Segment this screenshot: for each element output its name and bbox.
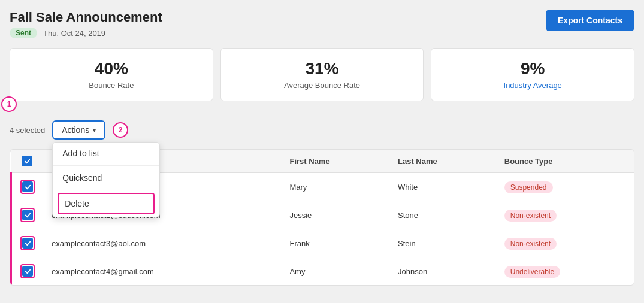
row-checkbox[interactable]: [22, 238, 33, 249]
header-meta: Sent Thu, Oct 24, 2019: [10, 28, 162, 38]
row-first-name: Amy: [281, 257, 389, 286]
row-last-name: White: [389, 173, 496, 201]
th-last-name: Last Name: [389, 150, 496, 173]
row-bounce-type: Non-existent: [496, 201, 634, 229]
dropdown-divider-2: [53, 190, 159, 190]
row-checkbox[interactable]: [22, 210, 33, 220]
row-last-name: Johnson: [389, 257, 496, 286]
status-badge: Sent: [10, 28, 37, 38]
row-checkbox-cell[interactable]: [11, 229, 44, 257]
bounce-badge: Non-existent: [504, 210, 557, 222]
industry-avg-label: Industry Average: [442, 81, 623, 90]
actions-dropdown-menu: Add to list Quicksend Delete: [52, 142, 160, 217]
header-left: Fall Sale Announcement Sent Thu, Oct 24,…: [10, 10, 162, 38]
actions-label: Actions: [62, 125, 89, 135]
step-2-indicator: 2: [113, 122, 128, 138]
send-date: Thu, Oct 24, 2019: [43, 29, 105, 38]
actions-button[interactable]: Actions ▾: [52, 120, 105, 140]
row-first-name: Mary: [281, 173, 389, 201]
dropdown-item-delete[interactable]: Delete: [58, 193, 155, 214]
row-bounce-type: Non-existent: [496, 229, 634, 257]
table-row: examplecontact3@aol.com Frank Stein Non-…: [11, 229, 634, 257]
chevron-down-icon: ▾: [93, 127, 96, 134]
dropdown-item-add-to-list[interactable]: Add to list: [53, 143, 159, 164]
row-checkbox-cell[interactable]: [11, 257, 44, 286]
row-email: examplecontact4@gmail.com: [43, 257, 281, 286]
bounce-badge: Non-existent: [504, 238, 557, 250]
stat-card-avg-bounce: 31% Average Bounce Rate: [220, 48, 424, 101]
th-bounce-type: Bounce Type: [496, 150, 634, 173]
export-contacts-button[interactable]: Export Contacts: [546, 10, 634, 31]
row-email: examplecontact3@aol.com: [43, 229, 281, 257]
avg-bounce-label: Average Bounce Rate: [232, 81, 413, 90]
stat-card-bounce-rate: 40% Bounce Rate: [10, 48, 213, 101]
row-last-name: Stone: [389, 201, 496, 229]
row-bounce-type: Suspended: [496, 173, 634, 201]
row-checkbox-cell[interactable]: [11, 173, 44, 201]
row-first-name: Frank: [281, 229, 389, 257]
table-row: examplecontact4@gmail.com Amy Johnson Un…: [11, 257, 634, 286]
actions-dropdown[interactable]: Actions ▾ Add to list Quicksend Delete: [52, 120, 105, 140]
bounce-badge: Suspended: [504, 181, 553, 193]
page-title: Fall Sale Announcement: [10, 10, 162, 25]
toolbar-area: 1 4 selected Actions ▾ Add to list Quick…: [10, 113, 634, 144]
stats-row: 40% Bounce Rate 31% Average Bounce Rate …: [10, 48, 634, 101]
th-checkbox: [11, 150, 44, 173]
bounce-rate-label: Bounce Rate: [21, 81, 202, 90]
bounce-badge: Undeliverable: [504, 266, 560, 278]
stat-card-industry-avg: 9% Industry Average: [431, 48, 634, 101]
selected-count: 4 selected: [10, 126, 45, 135]
row-bounce-type: Undeliverable: [496, 257, 634, 286]
row-checkbox-cell[interactable]: [11, 201, 44, 229]
row-first-name: Jessie: [281, 201, 389, 229]
th-first-name: First Name: [281, 150, 389, 173]
row-checkbox[interactable]: [22, 266, 33, 277]
toolbar: 4 selected Actions ▾ Add to list Quickse…: [10, 120, 634, 140]
dropdown-item-quicksend[interactable]: Quicksend: [53, 167, 159, 189]
avg-bounce-value: 31%: [232, 59, 413, 78]
industry-avg-value: 9%: [442, 59, 623, 78]
row-last-name: Stein: [389, 229, 496, 257]
bounce-rate-value: 40%: [21, 59, 202, 78]
step-1-indicator: 1: [1, 96, 17, 112]
dropdown-divider: [53, 165, 159, 166]
row-checkbox[interactable]: [22, 181, 33, 192]
select-all-checkbox[interactable]: [22, 156, 32, 166]
page-header: Fall Sale Announcement Sent Thu, Oct 24,…: [10, 10, 634, 38]
